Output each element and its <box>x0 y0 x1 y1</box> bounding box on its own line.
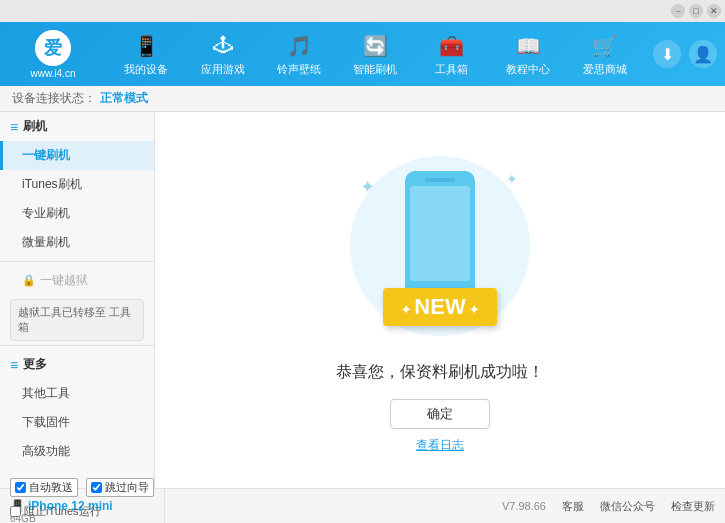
more-section-icon: ≡ <box>10 357 18 373</box>
title-bar: － □ ✕ <box>0 0 725 22</box>
maximize-button[interactable]: □ <box>689 4 703 18</box>
toolbox-icon: 🧰 <box>438 32 466 60</box>
sidebar: ≡ 刷机 一键刷机 iTunes刷机 专业刷机 微量刷机 🔒 一键越狱 越狱工具… <box>0 112 155 488</box>
bottom-right: V7.98.66 客服 微信公众号 检查更新 <box>165 499 715 514</box>
sidebar-item-download-firmware[interactable]: 下载固件 <box>0 408 154 437</box>
top-nav: 爱 www.i4.cn 📱 我的设备 🕹 应用游戏 🎵 铃声壁纸 🔄 智能刷机 … <box>0 22 725 86</box>
bottom-checkboxes: 自动敦送 跳过向导 <box>10 478 156 497</box>
sidebar-item-itunes-flash[interactable]: iTunes刷机 <box>0 170 154 199</box>
user-button[interactable]: 👤 <box>689 40 717 68</box>
nav-right: ⬇ 👤 <box>653 40 717 68</box>
svg-rect-3 <box>425 178 455 182</box>
nav-item-ringtone[interactable]: 🎵 铃声壁纸 <box>269 28 329 81</box>
status-value: 正常模式 <box>100 90 148 107</box>
advanced-label: 高级功能 <box>22 444 70 458</box>
save-flash-label: 微量刷机 <box>22 235 70 249</box>
sidebar-item-one-click-flash[interactable]: 一键刷机 <box>0 141 154 170</box>
logo-subtext: www.i4.cn <box>30 68 75 79</box>
svg-rect-1 <box>410 186 470 281</box>
lock-icon: 🔒 <box>22 274 36 287</box>
sidebar-divider-2 <box>0 345 154 346</box>
nav-label-mall: 爱思商城 <box>583 62 627 77</box>
ringtone-icon: 🎵 <box>285 32 313 60</box>
sidebar-section-more: ≡ 更多 <box>0 350 154 379</box>
mall-icon: 🛒 <box>591 32 619 60</box>
sidebar-item-save-flash[interactable]: 微量刷机 <box>0 228 154 257</box>
status-label: 设备连接状态： <box>12 90 96 107</box>
skip-wizard-label: 跳过向导 <box>105 480 149 495</box>
logo-area: 爱 www.i4.cn <box>8 30 98 79</box>
bottom-bar-wrapper: 自动敦送 跳过向导 📱 iPhone 12 mini 64GB Down-12m… <box>0 488 725 523</box>
pro-flash-label: 专业刷机 <box>22 206 70 220</box>
itunes-flash-label: iTunes刷机 <box>22 177 82 191</box>
confirm-button[interactable]: 确定 <box>390 399 490 429</box>
check-update-link[interactable]: 检查更新 <box>671 499 715 514</box>
auto-push-checkbox-label[interactable]: 自动敦送 <box>10 478 78 497</box>
nav-label-my-device: 我的设备 <box>124 62 168 77</box>
success-illustration: ✦ ✦ NEW <box>340 146 540 346</box>
close-button[interactable]: ✕ <box>707 4 721 18</box>
status-bar: 设备连接状态： 正常模式 <box>0 86 725 112</box>
sidebar-section-label-flash: 刷机 <box>23 118 47 135</box>
nav-label-toolbox: 工具箱 <box>435 62 468 77</box>
main-content: ≡ 刷机 一键刷机 iTunes刷机 专业刷机 微量刷机 🔒 一键越狱 越狱工具… <box>0 112 725 488</box>
download-button[interactable]: ⬇ <box>653 40 681 68</box>
sidebar-item-advanced[interactable]: 高级功能 <box>0 437 154 466</box>
skip-wizard-checkbox[interactable] <box>91 482 102 493</box>
flash-section-icon: ≡ <box>10 119 18 135</box>
nav-item-my-device[interactable]: 📱 我的设备 <box>116 28 176 81</box>
auto-push-label: 自动敦送 <box>29 480 73 495</box>
nav-label-smart-flash: 智能刷机 <box>353 62 397 77</box>
sidebar-item-other-tools[interactable]: 其他工具 <box>0 379 154 408</box>
new-badge: NEW <box>383 288 497 326</box>
sidebar-item-jailbreak: 🔒 一键越狱 <box>0 266 154 295</box>
minimize-button[interactable]: － <box>671 4 685 18</box>
my-device-icon: 📱 <box>132 32 160 60</box>
nav-item-toolbox[interactable]: 🧰 工具箱 <box>422 28 482 81</box>
support-link[interactable]: 客服 <box>562 499 584 514</box>
version-label: V7.98.66 <box>502 500 546 512</box>
nav-item-smart-flash[interactable]: 🔄 智能刷机 <box>345 28 405 81</box>
bottom-bar: 自动敦送 跳过向导 📱 iPhone 12 mini 64GB Down-12m… <box>0 488 725 523</box>
wechat-link[interactable]: 微信公众号 <box>600 499 655 514</box>
itunes-stop-checkbox[interactable] <box>10 506 21 517</box>
itunes-stop-label: 阻止iTunes运行 <box>24 504 101 519</box>
apps-games-icon: 🕹 <box>209 32 237 60</box>
nav-label-tutorial: 教程中心 <box>506 62 550 77</box>
tutorial-icon: 📖 <box>514 32 542 60</box>
nav-label-ringtone: 铃声壁纸 <box>277 62 321 77</box>
itunes-stop-bar: 阻止iTunes运行 <box>10 504 101 519</box>
sparkle-right-icon: ✦ <box>506 171 518 187</box>
auto-push-checkbox[interactable] <box>15 482 26 493</box>
other-tools-label: 其他工具 <box>22 386 70 400</box>
sidebar-section-label-more: 更多 <box>23 356 47 373</box>
nav-items: 📱 我的设备 🕹 应用游戏 🎵 铃声壁纸 🔄 智能刷机 🧰 工具箱 📖 教程中心… <box>98 28 653 81</box>
sparkle-left-icon: ✦ <box>360 176 375 198</box>
nav-label-apps-games: 应用游戏 <box>201 62 245 77</box>
center-panel: ✦ ✦ NEW 恭喜您，保资料刷机成功啦！ 确定 查看日志 <box>155 112 725 488</box>
view-log-link[interactable]: 查看日志 <box>416 437 464 454</box>
sidebar-item-pro-flash[interactable]: 专业刷机 <box>0 199 154 228</box>
skip-wizard-checkbox-label[interactable]: 跳过向导 <box>86 478 154 497</box>
smart-flash-icon: 🔄 <box>361 32 389 60</box>
one-click-flash-label: 一键刷机 <box>22 148 70 162</box>
nav-item-apps-games[interactable]: 🕹 应用游戏 <box>193 28 253 81</box>
download-firmware-label: 下载固件 <box>22 415 70 429</box>
sidebar-divider-1 <box>0 261 154 262</box>
nav-item-tutorial[interactable]: 📖 教程中心 <box>498 28 558 81</box>
success-text: 恭喜您，保资料刷机成功啦！ <box>336 362 544 383</box>
jailbreak-label: 一键越狱 <box>40 272 88 289</box>
nav-item-mall[interactable]: 🛒 爱思商城 <box>575 28 635 81</box>
sidebar-notice-text: 越狱工具已转移至 工具箱 <box>18 306 131 333</box>
sidebar-notice: 越狱工具已转移至 工具箱 <box>10 299 144 341</box>
sidebar-section-flash: ≡ 刷机 <box>0 112 154 141</box>
logo-icon: 爱 <box>35 30 71 66</box>
